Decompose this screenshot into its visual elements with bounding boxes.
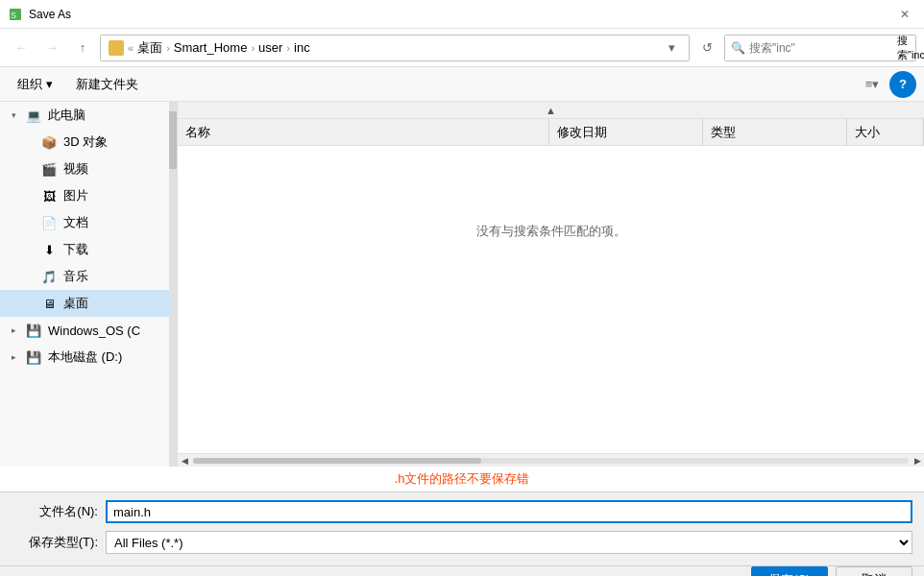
organize-button[interactable]: 组织 ▾ xyxy=(8,71,62,98)
sidebar-label-videos: 视频 xyxy=(63,160,88,178)
sidebar-icon-this-pc: 💻 xyxy=(25,108,42,122)
path-arrow-2: › xyxy=(251,42,255,54)
search-box: 🔍 搜索"inc" xyxy=(724,35,916,61)
path-segment-0: 桌面 xyxy=(137,39,162,57)
bottom-bar: 文件名(N): 保存类型(T): All Files (*.*) xyxy=(0,492,924,565)
sidebar-item-3d-objects[interactable]: 📦3D 对象 xyxy=(0,129,177,156)
search-icon: 🔍 xyxy=(731,41,745,55)
sidebar-label-documents: 文档 xyxy=(63,214,88,231)
path-folder-icon xyxy=(109,40,124,56)
sidebar-item-local-disk[interactable]: ▸💾本地磁盘 (D:) xyxy=(0,344,177,371)
expand-arrow-music xyxy=(23,271,35,282)
back-button[interactable]: ← xyxy=(8,35,35,61)
sidebar-icon-videos: 🎬 xyxy=(40,162,58,176)
filetype-select[interactable]: All Files (*.*) xyxy=(106,531,912,554)
sidebar-label-windows-os: Windows_OS (C xyxy=(48,324,140,338)
app-icon: S xyxy=(8,7,23,22)
svg-text:S: S xyxy=(11,11,16,20)
scroll-track xyxy=(193,458,909,464)
sidebar-label-downloads: 下载 xyxy=(63,241,88,258)
dialog-title: Save As xyxy=(29,8,71,21)
sidebar-item-music[interactable]: 🎵音乐 xyxy=(0,263,177,290)
warning-message: .h文件的路径不要保存错 xyxy=(0,467,924,492)
path-dropdown-button[interactable]: ▾ xyxy=(662,38,681,58)
path-arrow-3: › xyxy=(286,42,290,54)
file-pane: ▲ 名称 修改日期 类型 大小 没有与搜索条件匹配的项。 ◀ xyxy=(178,102,924,467)
expand-arrow-downloads xyxy=(23,244,35,255)
sidebar-items: ▾💻此电脑📦3D 对象🎬视频🖼图片📄文档⬇下载🎵音乐🖥桌面▸💾Windows_O… xyxy=(0,102,177,371)
path-arrow-1: › xyxy=(166,42,170,54)
cancel-button[interactable]: 取消 xyxy=(836,566,912,576)
expand-arrow-desktop xyxy=(23,298,35,309)
help-button[interactable]: ? xyxy=(889,71,916,98)
sidebar-item-pictures[interactable]: 🖼图片 xyxy=(0,182,177,209)
expand-arrow-documents xyxy=(23,217,35,228)
close-button[interactable]: ✕ xyxy=(893,3,916,26)
sidebar-scrollbar[interactable] xyxy=(169,102,177,467)
scroll-thumb[interactable] xyxy=(193,458,481,464)
scroll-left-button[interactable]: ◀ xyxy=(178,454,191,468)
sidebar-label-music: 音乐 xyxy=(63,268,88,285)
address-path[interactable]: « 桌面 › Smart_Home › user › inc ▾ xyxy=(100,35,690,61)
sidebar-item-desktop[interactable]: 🖥桌面 xyxy=(0,290,177,317)
sidebar-item-videos[interactable]: 🎬视频 xyxy=(0,156,177,182)
file-column-headers: 名称 修改日期 类型 大小 xyxy=(178,119,924,146)
new-folder-button[interactable]: 新建文件夹 xyxy=(66,71,148,98)
sidebar-label-desktop: 桌面 xyxy=(63,295,88,312)
sidebar-icon-desktop: 🖥 xyxy=(40,297,58,310)
search-value: 搜索"inc" xyxy=(897,34,924,62)
column-header-type[interactable]: 类型 xyxy=(703,119,847,145)
sidebar-item-downloads[interactable]: ⬇下载 xyxy=(0,236,177,263)
filetype-label: 保存类型(T): xyxy=(12,534,98,551)
up-button[interactable]: ↑ xyxy=(69,35,96,61)
expand-arrow-windows-os: ▸ xyxy=(8,324,19,336)
sidebar-item-windows-os[interactable]: ▸💾Windows_OS (C xyxy=(0,317,177,344)
scroll-right-button[interactable]: ▶ xyxy=(911,454,924,468)
main-content: ▾💻此电脑📦3D 对象🎬视频🖼图片📄文档⬇下载🎵音乐🖥桌面▸💾Windows_O… xyxy=(0,102,924,467)
sidebar-label-this-pc: 此电脑 xyxy=(48,107,85,124)
filename-row: 文件名(N): xyxy=(12,498,912,525)
sidebar-icon-pictures: 🖼 xyxy=(40,189,58,203)
sidebar-item-this-pc[interactable]: ▾💻此电脑 xyxy=(0,102,177,129)
sidebar-icon-windows-os: 💾 xyxy=(25,324,42,337)
refresh-button[interactable]: ↺ xyxy=(693,35,720,61)
sidebar-icon-documents: 📄 xyxy=(40,216,58,229)
filename-label: 文件名(N): xyxy=(12,503,98,520)
filename-input[interactable] xyxy=(106,500,912,523)
sort-indicator: ▲ xyxy=(546,105,556,116)
path-segment-3: inc xyxy=(294,40,310,55)
sidebar-icon-downloads: ⬇ xyxy=(40,243,58,256)
sidebar-icon-music: 🎵 xyxy=(40,270,58,283)
sidebar-icon-3d-objects: 📦 xyxy=(40,135,58,149)
empty-message: 没有与搜索条件匹配的项。 xyxy=(476,224,626,238)
address-bar: ← → ↑ « 桌面 › Smart_Home › user › inc ▾ ↺… xyxy=(0,29,924,67)
expand-arrow-3d-objects xyxy=(23,136,35,148)
sidebar-item-documents[interactable]: 📄文档 xyxy=(0,209,177,236)
expand-arrow-videos xyxy=(23,163,35,175)
sidebar-scroll-thumb[interactable] xyxy=(169,111,177,169)
path-segment-2: user xyxy=(258,40,282,55)
toolbar: 组织 ▾ 新建文件夹 ≡ ▾ ? xyxy=(0,67,924,102)
title-bar: S Save As ✕ xyxy=(0,0,924,29)
sidebar-label-pictures: 图片 xyxy=(63,187,88,204)
file-pane-body: 没有与搜索条件匹配的项。 xyxy=(178,204,924,259)
expand-arrow-local-disk: ▸ xyxy=(8,351,19,363)
sidebar-label-3d-objects: 3D 对象 xyxy=(63,133,108,151)
expand-arrow-this-pc: ▾ xyxy=(8,109,19,121)
save-button[interactable]: 保存(S) xyxy=(751,566,828,576)
horizontal-scrollbar[interactable]: ◀ ▶ xyxy=(178,453,924,467)
path-segment-1: Smart_Home xyxy=(174,40,248,55)
toolbar-right: ≡ ▾ ? xyxy=(859,71,916,98)
expand-arrow-pictures xyxy=(23,190,35,202)
column-header-size[interactable]: 大小 xyxy=(847,119,924,145)
column-header-name[interactable]: 名称 xyxy=(178,119,549,145)
sidebar-icon-local-disk: 💾 xyxy=(25,350,42,364)
column-header-date[interactable]: 修改日期 xyxy=(549,119,703,145)
forward-button[interactable]: → xyxy=(38,35,65,61)
action-buttons: 保存(S) 取消 xyxy=(0,565,924,576)
filetype-row: 保存类型(T): All Files (*.*) xyxy=(12,529,912,556)
search-input[interactable] xyxy=(749,41,893,55)
view-button[interactable]: ≡ ▾ xyxy=(859,71,886,98)
sidebar-label-local-disk: 本地磁盘 (D:) xyxy=(48,348,122,366)
sidebar: ▾💻此电脑📦3D 对象🎬视频🖼图片📄文档⬇下载🎵音乐🖥桌面▸💾Windows_O… xyxy=(0,102,178,467)
